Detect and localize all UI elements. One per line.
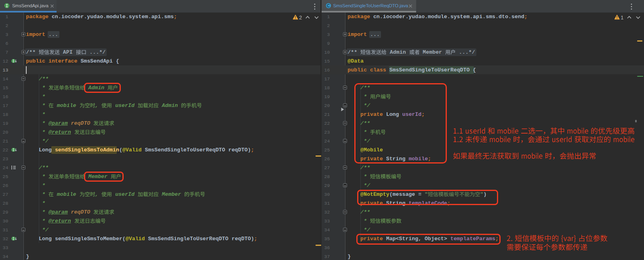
- svg-text:2: 2: [299, 15, 302, 21]
- svg-text:1: 1: [621, 15, 623, 21]
